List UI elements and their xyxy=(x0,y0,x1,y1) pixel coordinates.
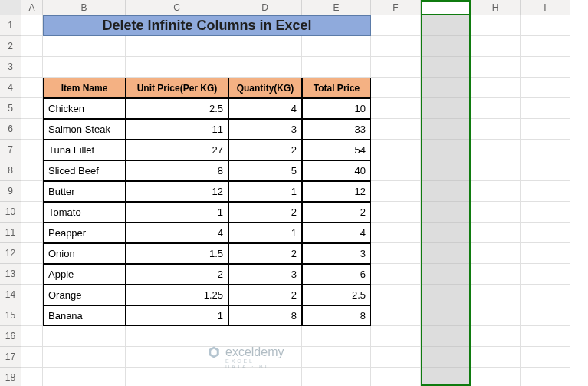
row-header-18[interactable]: 18 xyxy=(0,368,21,386)
table-row[interactable]: Peapper xyxy=(43,223,126,243)
row-header-12[interactable]: 12 xyxy=(0,243,21,264)
row-header-3[interactable]: 3 xyxy=(0,57,21,78)
column-header-row: A B C D E F G H I xyxy=(0,0,588,15)
row-header-16[interactable]: 16 xyxy=(0,326,21,347)
col-header-C[interactable]: C xyxy=(126,0,228,15)
row-header-5[interactable]: 5 xyxy=(0,98,21,119)
row-header-8[interactable]: 8 xyxy=(0,160,21,181)
header-total[interactable]: Total Price xyxy=(302,78,371,98)
select-all-corner[interactable] xyxy=(0,0,21,15)
header-unit[interactable]: Unit Price(Per KG) xyxy=(126,78,228,98)
cell-F1[interactable] xyxy=(371,15,421,36)
table-row[interactable]: Butter xyxy=(43,181,126,202)
watermark-brand: exceldemy xyxy=(225,345,284,359)
table-row[interactable]: Tomato xyxy=(43,202,126,223)
cell-G1[interactable] xyxy=(421,15,471,36)
table-row[interactable]: Sliced Beef xyxy=(43,160,126,181)
table-row[interactable]: Orange xyxy=(43,285,126,305)
col-header-B[interactable]: B xyxy=(43,0,126,15)
hexagon-icon xyxy=(207,345,221,359)
row-header-17[interactable]: 17 xyxy=(0,347,21,368)
watermark-tagline: EXCEL · DATA · BI xyxy=(225,358,284,369)
col-header-A[interactable]: A xyxy=(21,0,43,15)
col-header-F[interactable]: F xyxy=(371,0,421,15)
table-row[interactable]: Chicken xyxy=(43,98,126,119)
row-header-7[interactable]: 7 xyxy=(0,140,21,160)
row-header-9[interactable]: 9 xyxy=(0,181,21,202)
watermark: exceldemy EXCEL · DATA · BI xyxy=(207,345,284,359)
row-header-15[interactable]: 15 xyxy=(0,305,21,326)
col-header-H[interactable]: H xyxy=(471,0,521,15)
row-header-13[interactable]: 13 xyxy=(0,264,21,285)
row-header-4[interactable]: 4 xyxy=(0,78,21,98)
col-header-E[interactable]: E xyxy=(302,0,371,15)
col-header-D[interactable]: D xyxy=(228,0,302,15)
table-row[interactable]: Banana xyxy=(43,305,126,326)
table-row[interactable]: Tuna Fillet xyxy=(43,140,126,160)
cell-A2[interactable] xyxy=(21,36,43,57)
title-cell[interactable]: Delete Infinite Columns in Excel xyxy=(43,15,371,36)
row-header-10[interactable]: 10 xyxy=(0,202,21,223)
row-header-2[interactable]: 2 xyxy=(0,36,21,57)
cell-H1[interactable] xyxy=(471,15,521,36)
row-header-1[interactable]: 1 xyxy=(0,15,21,36)
table-row[interactable]: Onion xyxy=(43,243,126,264)
spreadsheet-grid: 1 Delete Infinite Columns in Excel 2 3 4… xyxy=(0,15,588,386)
cell-A1[interactable] xyxy=(21,15,43,36)
table-row[interactable]: Salmon Steak xyxy=(43,119,126,140)
cell-I1[interactable] xyxy=(521,15,570,36)
col-header-I[interactable]: I xyxy=(521,0,570,15)
row-header-11[interactable]: 11 xyxy=(0,223,21,243)
table-row[interactable]: Apple xyxy=(43,264,126,285)
col-header-G[interactable]: G xyxy=(421,0,471,15)
row-header-14[interactable]: 14 xyxy=(0,285,21,305)
header-qty[interactable]: Quantity(KG) xyxy=(228,78,302,98)
header-item[interactable]: Item Name xyxy=(43,78,126,98)
row-header-6[interactable]: 6 xyxy=(0,119,21,140)
